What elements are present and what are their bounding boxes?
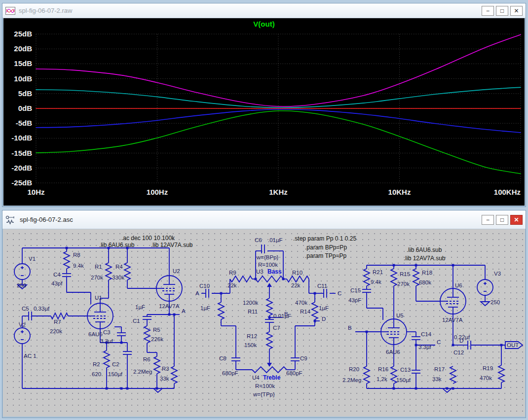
schematic-label-r12[interactable]: R12 [247,333,257,339]
schematic-label-.lib-6au6.sub[interactable]: .lib 6AU6.sub [99,242,134,248]
schematic-label-0.33-f[interactable]: 0.33µf [34,306,49,312]
schematic-label-r6[interactable]: R6 [143,356,151,362]
schematic-label-v1[interactable]: V1 [29,256,36,262]
schematic-label-u6[interactable]: U6 [455,282,462,288]
schematic-label-u2[interactable]: U2 [173,268,180,274]
schematic-label-226k[interactable]: 226k [151,336,163,342]
schematic-label-250[interactable]: 250 [17,282,26,288]
schematic-label-d[interactable]: D [459,338,463,344]
schematic-label-43pf[interactable]: 43pf [51,280,62,286]
schematic-label-150-f[interactable]: 150µf [108,371,122,377]
schematic-label-c4[interactable]: C4 [53,272,61,278]
schematic-label-u5[interactable]: U5 [396,313,404,318]
schematic-label-u4[interactable]: U4 [252,375,260,381]
schematic-label-330k[interactable]: 330k [112,275,124,280]
schematic-label-270k[interactable]: 270k [91,275,103,280]
schematic-label-.lib-12av7a.sub[interactable]: .lib 12AV7A.sub [404,255,446,262]
schematic-label-620[interactable]: 620 [92,371,101,377]
schematic-label-c10[interactable]: C10 [199,283,210,289]
schematic-label-1.2k[interactable]: 1.2k [377,376,387,382]
schematic-label-r8[interactable]: R8 [73,252,80,258]
schematic-minimize-button[interactable]: − [482,215,494,225]
schematic-label-6au6[interactable]: 6AU6 [386,349,400,355]
schematic-label-3.3-f[interactable]: 3.3µf [100,338,113,344]
schematic-label-u1[interactable]: U1 [95,295,102,301]
schematic-label-43pf[interactable]: 43pF [348,297,361,303]
schematic-label-1-f[interactable]: 1µF [200,305,210,311]
schematic-label-c12[interactable]: C12 [453,350,464,355]
plot-window[interactable]: spl-fig-06-07-2.raw − □ ✕ V(out) 25dB20d… [2,3,526,207]
schematic-label-680pf[interactable]: 680pF [286,370,302,376]
schematic-label-.param-tpp-pp[interactable]: .param TPp=Pp [305,252,346,259]
schematic-label-680pf[interactable]: 680pF [222,370,238,376]
schematic-label-d[interactable]: D [322,316,326,322]
schematic-pane[interactable]: .ac dec 100 10 100k.lib 6AU6.sub.lib 12A… [3,229,525,417]
schematic-window[interactable]: spl-fig-06-07-2.asc − □ ✕ .ac dec 100 10… [2,210,526,418]
schematic-label-w-bpp-[interactable]: w={BPp} [257,254,278,260]
schematic-label-22k[interactable]: 22k [291,282,301,288]
plot-canvas[interactable]: 25dB20dB15dB10dB5dB0dB-5dB-10dB-15dB-20d… [3,30,525,206]
schematic-label-3.3-f[interactable]: 3.3µf [418,344,431,350]
schematic-label-c15[interactable]: C15 [350,287,361,293]
schematic-label-r-100k[interactable]: R=100k [255,383,275,389]
schematic-label-c1[interactable]: C1 [133,318,140,324]
schematic-label-c14[interactable]: C14 [421,331,431,337]
schematic-label-c9[interactable]: C9 [300,355,307,361]
schematic-label-v3[interactable]: V3 [494,271,501,277]
schematic-label-.ac-dec-100-10-100k[interactable]: .ac dec 100 10 100k [121,235,175,242]
plot-window-titlebar[interactable]: spl-fig-06-07-2.raw − □ ✕ [2,3,526,18]
schematic-label-r17[interactable]: R17 [434,366,445,372]
schematic-label-r16[interactable]: R16 [378,366,388,372]
schematic-label-.01-f[interactable]: .01µF [268,237,283,243]
schematic-label-6au6[interactable]: 6AU6 [88,331,103,337]
schematic-label-22k[interactable]: 22k [227,282,237,288]
schematic-label-270k[interactable]: 270k [397,281,410,287]
schematic-close-button[interactable]: ✕ [510,215,523,225]
schematic-label-0.01-f[interactable]: 0.01µF [273,313,291,319]
schematic-label-r9[interactable]: R9 [229,270,236,276]
schematic-label-1200k[interactable]: 1200k [243,300,258,306]
schematic-label-.step-param-pp-0-1-0.25[interactable]: .step param Pp 0 1 0.25 [293,235,356,242]
schematic-label-9.4k[interactable]: 9.4k [73,263,84,269]
schematic-label-r21[interactable]: R21 [373,269,383,275]
schematic-label-ac-1[interactable]: AC 1 [24,353,37,359]
schematic-label-r20[interactable]: R20 [349,366,359,372]
schematic-label-r-100k[interactable]: R=100k [258,262,278,268]
schematic-label-r14[interactable]: R14 [300,309,310,315]
schematic-label-470k[interactable]: 470k [480,375,492,381]
schematic-label-2.2meg[interactable]: 2.2Meg [342,377,361,383]
schematic-label-bass[interactable]: Bass [267,268,282,275]
schematic-label-c11[interactable]: C11 [317,283,327,289]
plot-pane[interactable]: V(out) 25dB20dB15dB10dB5dB0dB-5dB-10dB-1… [3,18,525,206]
schematic-label-12av7a[interactable]: 12AV7A [442,317,462,323]
schematic-label-a[interactable]: A [182,308,186,314]
schematic-label-b[interactable]: B [284,311,288,317]
schematic-label-r2[interactable]: R2 [93,361,100,367]
schematic-label-.lib-12av7a.sub[interactable]: .lib 12AV7A.sub [151,242,193,248]
schematic-label-12av7a[interactable]: 12AV7A [159,303,179,309]
schematic-label-c5[interactable]: C5 [22,306,29,312]
schematic-label-r3[interactable]: R3 [162,366,169,372]
schematic-label-r1[interactable]: R1 [95,264,102,270]
schematic-label-r10[interactable]: R10 [292,270,302,276]
schematic-label-220k[interactable]: 220k [50,328,62,334]
schematic-label-r15[interactable]: R15 [400,271,410,277]
schematic-label-c[interactable]: C [338,290,341,296]
schematic-maximize-button[interactable]: □ [496,215,508,225]
schematic-label-9.4k[interactable]: 9.4k [371,279,381,285]
x-axis-ticks[interactable]: 10Hz100Hz1KHz10KHz100KHz [27,188,521,196]
schematic-label-r11[interactable]: R11 [248,309,258,315]
schematic-label-r4[interactable]: R4 [115,264,123,270]
schematic-label-.param-bpp-pp[interactable]: .param BPp=Pp [305,244,347,251]
schematic-label-u3[interactable]: U3 [256,269,264,275]
schematic-label-w-tpp-[interactable]: w={TPp} [253,391,275,397]
schematic-label-v2[interactable]: V2 [19,322,26,328]
schematic-window-titlebar[interactable]: spl-fig-06-07-2.asc − □ ✕ [2,210,526,229]
schematic-label-r5[interactable]: R5 [153,327,160,333]
schematic-label-c3[interactable]: C3 [103,329,111,335]
plot-minimize-button[interactable]: − [482,6,494,16]
schematic-label-1-f[interactable]: 1µF [135,304,145,310]
schematic-label-r7[interactable]: R7 [54,319,61,325]
schematic-label-treble[interactable]: Treble [263,374,280,381]
schematic-label-470k[interactable]: 470k [295,300,307,306]
